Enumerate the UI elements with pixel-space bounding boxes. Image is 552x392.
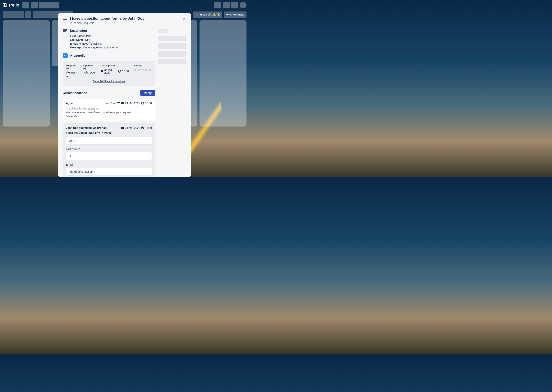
nav-placeholder[interactable] (231, 2, 238, 8)
svg-rect-12 (117, 102, 120, 103)
star-icon (134, 68, 137, 71)
msg-from: Agent (66, 102, 74, 105)
board-placeholder[interactable] (3, 11, 24, 18)
description-section: Description First Name: John Last Name: … (63, 29, 155, 50)
opened-by-label: Opened By (83, 64, 95, 70)
check-icon (106, 102, 109, 105)
board-placeholder[interactable] (25, 11, 31, 18)
email-label: E-mail* (66, 163, 152, 166)
desc-message: Message: I have a question about forms (70, 46, 155, 49)
svg-rect-2 (5, 4, 6, 6)
clock-icon (141, 126, 144, 129)
menu-dots-icon: ⋯ (226, 13, 229, 16)
hipporello-badge-label: Hipporello 🔔 (3) (200, 13, 220, 16)
description-icon (63, 29, 67, 50)
close-button[interactable]: ✕ (181, 16, 187, 22)
desc-email: Email: johndoe@gmail.com (70, 42, 155, 45)
email-field[interactable] (66, 168, 152, 175)
submission-subtitle: Filled the Contact Us Form in Portal (66, 131, 152, 134)
card-icon (63, 17, 67, 20)
rating-label: Rating (134, 64, 152, 67)
correspondence-header: Correspondence Reply (63, 90, 155, 96)
top-navbar: Trello (0, 0, 249, 10)
hipporello-badge[interactable]: 🦛 Hipporello 🔔 (3) (193, 12, 222, 18)
opened-by-value: John Doe (83, 71, 95, 74)
rating-stars[interactable] (134, 68, 152, 71)
msg-meta: Read 24 Mar 2022 13:30 (106, 102, 152, 105)
sidebar-action-placeholder[interactable] (158, 59, 187, 64)
email-link[interactable]: johndoe@gmail.com (79, 42, 103, 45)
app-name: Trello (8, 3, 19, 8)
modal-header: I have a question about forms by John Do… (63, 16, 187, 25)
hipporello-header: Hipporello (63, 53, 155, 58)
desc-last-name: Last Name: Doe (70, 38, 155, 41)
card-title[interactable]: I have a question about forms by John Do… (70, 16, 178, 21)
svg-rect-13 (117, 103, 120, 103)
svg-rect-7 (63, 31, 66, 32)
last-name-label: Last Name* (66, 147, 152, 151)
trello-logo[interactable]: Trello (3, 3, 19, 8)
star-icon (148, 68, 152, 71)
list-icon (117, 102, 120, 105)
hipporello-avatar-icon (63, 53, 68, 58)
show-menu-button[interactable]: ⋯ Show menu (224, 12, 247, 18)
svg-rect-5 (63, 29, 67, 30)
first-name-field[interactable] (66, 137, 152, 145)
hippo-emoji: 🦛 (196, 13, 199, 16)
svg-rect-9 (101, 70, 102, 71)
user-submission: John Doe submitted Via [Portal] 24 Mar 2… (63, 123, 155, 177)
last-name-field[interactable] (66, 152, 152, 160)
star-icon (141, 68, 144, 71)
nav-placeholder[interactable] (39, 2, 59, 8)
card-modal: I have a question about forms by John Do… (58, 13, 191, 177)
agent-message: Agent Read 24 Mar 2022 13:30 Thank you f… (63, 99, 155, 121)
list-column[interactable] (200, 20, 247, 126)
desc-first-name: First Name: John (70, 35, 155, 37)
calendar-icon (101, 70, 103, 73)
msg-body: Thank you for contacting us. We have ope… (66, 107, 152, 118)
trello-icon (3, 3, 7, 7)
card-in-list[interactable]: in list New Requests (70, 21, 178, 25)
svg-rect-17 (121, 127, 124, 129)
sidebar-action-placeholder[interactable] (158, 43, 187, 49)
sidebar-action-placeholder[interactable] (158, 51, 187, 57)
clock-icon (141, 102, 144, 105)
avatar[interactable] (240, 2, 247, 8)
show-menu-label: Show menu (230, 13, 244, 16)
svg-rect-1 (3, 4, 4, 7)
request-info-card: Request ID Request-1 Opened By John Doe … (63, 61, 155, 86)
svg-rect-6 (63, 30, 67, 31)
star-icon (145, 68, 148, 71)
show-additional-link[interactable]: Show Additional Informations (66, 80, 152, 83)
modal-sidebar (158, 29, 187, 177)
nav-placeholder[interactable] (214, 2, 221, 8)
svg-rect-10 (102, 70, 102, 71)
nav-placeholder[interactable] (22, 2, 29, 8)
description-heading: Description (70, 29, 155, 33)
calendar-icon (121, 102, 124, 105)
correspondence-heading: Correspondence (63, 91, 87, 95)
nav-placeholder[interactable] (31, 2, 38, 8)
hipporello-heading: Hipporello (70, 54, 86, 57)
request-id-value: Request-1 (66, 71, 78, 77)
svg-rect-4 (63, 19, 67, 20)
msg-from: John Doe submitted Via [Portal] (66, 126, 107, 129)
nav-placeholder[interactable] (223, 2, 230, 8)
last-update-value: 24 Mar 2022 13:30 (101, 68, 129, 74)
list-column[interactable] (3, 20, 50, 126)
star-icon (138, 68, 140, 71)
sidebar-action-placeholder[interactable] (158, 35, 187, 41)
close-icon: ✕ (182, 17, 185, 21)
clock-icon (118, 70, 121, 73)
sidebar-placeholder (158, 29, 168, 33)
calendar-icon (121, 126, 124, 129)
reply-button[interactable]: Reply (140, 90, 155, 96)
msg-meta: 24 Mar 2022 13:30 (121, 126, 152, 129)
svg-rect-8 (101, 70, 103, 72)
svg-rect-15 (121, 102, 124, 104)
svg-rect-14 (117, 104, 120, 104)
request-id-label: Request ID (66, 64, 78, 70)
last-update-label: Last Update (101, 64, 129, 67)
